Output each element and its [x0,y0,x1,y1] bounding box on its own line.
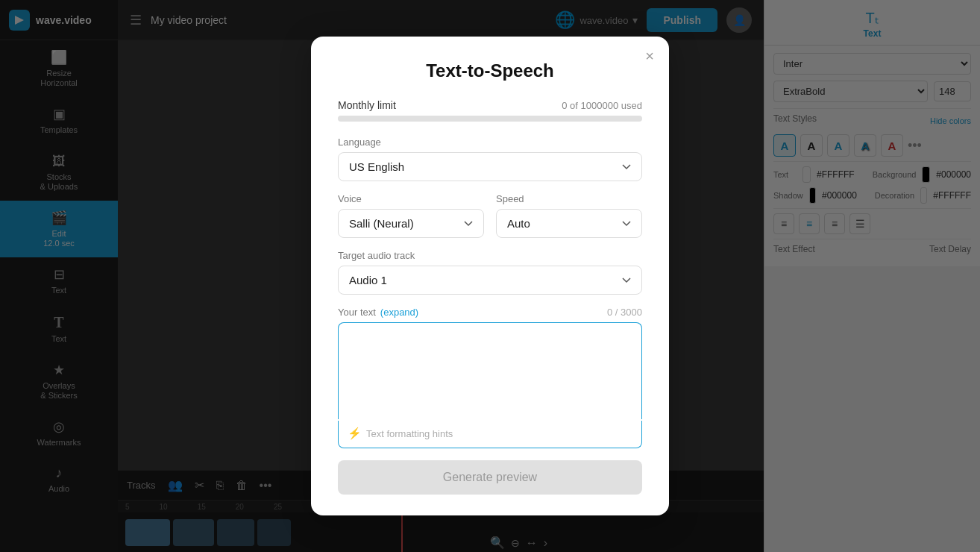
modal-overlay: × Text-to-Speech Monthly limit 0 of 1000… [0,0,980,552]
modal-close-button[interactable]: × [645,48,654,63]
textarea-wrapper: ⚡ Text formatting hints [338,322,642,448]
hint-icon: ⚡ [348,427,362,440]
text-input[interactable] [338,322,642,419]
voice-label: Voice [338,193,484,204]
voice-speed-row: Voice Salli (Neural) Joanna (Neural) Mat… [338,193,642,238]
hint-row: ⚡ Text formatting hints [338,421,642,448]
char-count: 0 / 3000 [607,307,642,318]
speed-label: Speed [496,193,642,204]
target-audio-label: Target audio track [338,250,642,261]
modal-dialog: × Text-to-Speech Monthly limit 0 of 1000… [311,37,669,515]
hint-text: Text formatting hints [366,428,453,439]
speed-select[interactable]: Auto 0.5x 0.75x 1x 1.25x 1.5x 2x [496,209,642,238]
voice-select[interactable]: Salli (Neural) Joanna (Neural) Matthew (… [338,209,484,238]
speed-col: Speed Auto 0.5x 0.75x 1x 1.25x 1.5x 2x [496,193,642,238]
language-label: Language [338,137,642,148]
monthly-limit-label: Monthly limit [338,99,396,111]
monthly-limit-value: 0 of 1000000 used [562,100,642,111]
generate-preview-button[interactable]: Generate preview [338,460,642,495]
your-text-label: Your text [338,307,376,318]
progress-bar-bg [338,116,642,122]
modal-title: Text-to-Speech [338,60,642,81]
language-select[interactable]: US English UK English Australian English… [338,152,642,181]
voice-col: Voice Salli (Neural) Joanna (Neural) Mat… [338,193,484,238]
your-text-row: Your text (expand) 0 / 3000 [338,307,642,318]
monthly-limit-row: Monthly limit 0 of 1000000 used [338,99,642,111]
expand-link[interactable]: (expand) [380,307,418,318]
target-audio-select[interactable]: Audio 1 Audio 2 Audio 3 [338,266,642,295]
